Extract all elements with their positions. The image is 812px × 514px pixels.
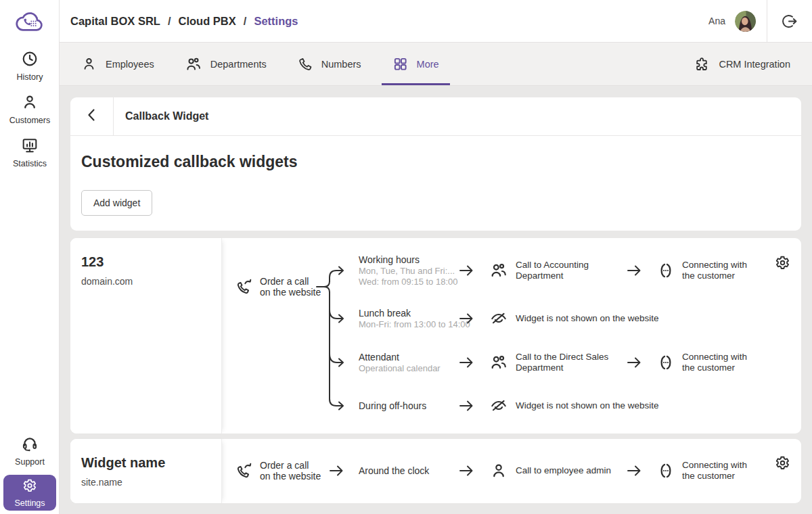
grid-icon xyxy=(392,56,408,72)
sidebar-item-statistics[interactable]: Statistics xyxy=(0,137,60,168)
widget-settings-button[interactable] xyxy=(774,254,791,273)
flow-action: Call to employee admin xyxy=(516,465,617,476)
callback-phone-icon xyxy=(235,462,253,480)
people-icon xyxy=(185,56,202,72)
widget-site: site.name xyxy=(81,477,122,488)
app-root: History Customers Statistics Support Set… xyxy=(0,0,812,514)
condition-schedule: Mon-Fri: from 13:00 to 14:00 xyxy=(359,319,470,330)
breadcrumb-current-settings: Settings xyxy=(254,15,298,28)
breadcrumb: Capital BOX SRL / Cloud PBX / Settings xyxy=(70,15,298,28)
flow-condition: Working hours Mon, Tue, Thu and Fri:... … xyxy=(359,254,457,287)
clock-icon xyxy=(21,50,39,70)
tab-label: Numbers xyxy=(321,59,361,70)
condition-title: During off-hours xyxy=(359,400,426,412)
page-title: Callback Widget xyxy=(114,97,801,135)
section-heading: Customized callback widgets xyxy=(81,153,298,171)
sidebar: History Customers Statistics Support Set… xyxy=(0,0,60,514)
header-right: Ana xyxy=(708,0,812,42)
condition-schedule: Wed: from 09:15 to 18:00 xyxy=(359,277,457,287)
flow-source: Order a call on the website xyxy=(260,460,336,482)
settings-tabbar: Employees Departments Numbers More CRM I… xyxy=(60,43,812,86)
callback-phone-icon xyxy=(235,278,253,296)
headset-icon xyxy=(21,435,39,455)
tab-departments[interactable]: Departments xyxy=(175,43,277,85)
sidebar-item-label: Support xyxy=(15,457,45,467)
tab-numbers[interactable]: Numbers xyxy=(287,43,372,85)
sidebar-item-support[interactable]: Support xyxy=(0,435,60,467)
breadcrumb-separator: / xyxy=(244,15,247,28)
flow-action: Widget is not shown on the website xyxy=(516,313,659,324)
sidebar-item-label: Statistics xyxy=(13,159,47,168)
sidebar-item-label: Customers xyxy=(9,116,50,125)
arrow-right-icon xyxy=(328,463,345,479)
person-icon xyxy=(490,462,508,480)
tab-employees[interactable]: Employees xyxy=(70,43,165,85)
sidebar-item-label: History xyxy=(17,72,43,82)
tab-label: Employees xyxy=(106,59,154,70)
breadcrumb-product[interactable]: Cloud PBX xyxy=(179,15,236,28)
flow-condition: During off-hours xyxy=(359,400,426,412)
eye-off-icon xyxy=(490,310,508,327)
add-widget-button[interactable]: Add widget xyxy=(81,190,152,216)
arrow-right-icon xyxy=(625,463,643,479)
flow-branch-connector xyxy=(311,261,352,418)
breadcrumb-separator: / xyxy=(168,15,171,28)
flow-condition: Around the clock xyxy=(359,465,429,477)
logout-icon[interactable] xyxy=(767,13,812,30)
tab-crm-integration[interactable]: CRM Integration xyxy=(683,43,801,85)
arrow-right-icon xyxy=(625,354,643,371)
widget-name: 123 xyxy=(81,254,104,270)
sidebar-item-history[interactable]: History xyxy=(0,50,60,82)
arrow-right-icon xyxy=(457,354,475,371)
arrow-right-icon xyxy=(457,262,475,279)
person-icon xyxy=(81,56,97,72)
flow-source-line2: on the website xyxy=(260,471,336,482)
widget-info-panel: 123 domain.com xyxy=(70,238,222,434)
eye-off-icon xyxy=(490,397,508,415)
arrow-right-icon xyxy=(457,463,475,479)
breadcrumb-company[interactable]: Capital BOX SRL xyxy=(70,15,160,28)
flow-result: Connecting with the customer xyxy=(682,260,750,281)
sidebar-item-label: Settings xyxy=(14,498,45,508)
arrow-right-icon xyxy=(457,398,475,414)
gear-icon xyxy=(774,454,791,473)
divider xyxy=(70,135,801,136)
sidebar-item-settings[interactable]: Settings xyxy=(3,475,56,511)
arrow-right-icon xyxy=(457,310,475,327)
chevron-left-icon xyxy=(84,107,100,126)
condition-schedule: Operational calendar xyxy=(359,363,441,374)
sidebar-item-customers[interactable]: Customers xyxy=(0,93,60,125)
app-logo-cloud-phone-icon[interactable] xyxy=(0,7,60,37)
people-icon xyxy=(490,262,508,279)
flow-condition: Attendant Operational calendar xyxy=(359,351,441,374)
top-header: Capital BOX SRL / Cloud PBX / Settings A… xyxy=(60,0,812,43)
user-name: Ana xyxy=(708,16,725,26)
widget-site: domain.com xyxy=(81,276,133,287)
tab-label: Departments xyxy=(210,59,267,70)
flow-source-line1: Order a call xyxy=(260,460,336,471)
flow-result: Connecting with the customer xyxy=(682,460,750,482)
connecting-call-icon xyxy=(657,462,675,480)
callback-widget-panel: Callback Widget Customized callback widg… xyxy=(70,97,801,231)
phone-icon xyxy=(298,57,313,72)
tab-more[interactable]: More xyxy=(382,43,450,85)
gear-icon xyxy=(774,254,791,273)
back-button[interactable] xyxy=(70,97,114,135)
flow-result: Connecting with the customer xyxy=(682,352,750,373)
connecting-call-icon xyxy=(657,354,675,371)
gear-icon xyxy=(22,477,38,496)
condition-title: Attendant xyxy=(359,351,441,363)
person-icon xyxy=(21,93,39,114)
widget-card-123: 123 domain.com Order a call on the websi… xyxy=(70,238,801,434)
tab-label: CRM Integration xyxy=(719,59,790,70)
puzzle-icon xyxy=(694,56,710,72)
flow-action: Widget is not shown on the website xyxy=(516,400,659,411)
avatar[interactable] xyxy=(735,11,756,32)
monitor-chart-icon xyxy=(21,137,39,157)
flow-condition: Lunch break Mon-Fri: from 13:00 to 14:00 xyxy=(359,307,470,330)
widget-card-widget-name: Widget name site.name Order a call on th… xyxy=(70,439,801,503)
arrow-right-icon xyxy=(625,262,643,279)
condition-title: Lunch break xyxy=(359,307,470,319)
widget-settings-button[interactable] xyxy=(774,454,791,473)
widget-info-panel: Widget name site.name xyxy=(70,439,222,503)
